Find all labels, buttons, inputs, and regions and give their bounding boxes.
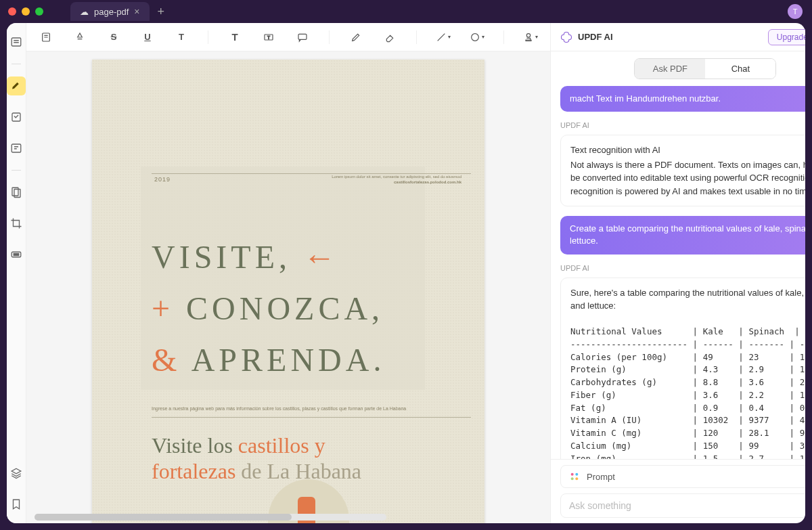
divider: [12, 170, 21, 171]
format-toolbar: S U T T T ▾ ▾ ▾: [26, 23, 550, 51]
prompt-preset-button[interactable]: Prompt ⌄: [560, 465, 805, 488]
divider: [208, 30, 208, 44]
divider: [329, 30, 330, 44]
window-controls: [8, 7, 43, 16]
ai-panel: UPDF AI Upgrade Ask PDF Chat macht Text …: [550, 23, 805, 523]
svg-rect-0: [12, 38, 21, 46]
svg-point-18: [472, 33, 479, 41]
highlight-tool-icon[interactable]: [7, 76, 26, 95]
maximize-window-icon[interactable]: [35, 7, 43, 16]
svg-point-26: [575, 477, 578, 480]
page-heading-2: + CONOZCA,: [152, 290, 384, 327]
organize-pages-icon[interactable]: [7, 183, 26, 202]
shape-tool-icon[interactable]: ▾: [470, 30, 484, 45]
ai-response-table: Nutritional Values | Kale | Spinach | Le…: [570, 326, 805, 459]
chat-input[interactable]: [569, 500, 805, 511]
tab-title: page-pdf: [94, 7, 129, 17]
svg-text:T: T: [267, 35, 270, 39]
ai-response-body: Not always is there a PDF document. Text…: [570, 158, 805, 198]
ai-panel-title: UPDF AI: [578, 32, 763, 42]
edit-text-tool-icon[interactable]: [7, 139, 26, 158]
close-tab-icon[interactable]: ×: [134, 6, 139, 17]
upgrade-button[interactable]: Upgrade: [768, 29, 805, 45]
ai-message-label: UPDF AI: [560, 263, 805, 273]
tab-active[interactable]: ☁ page-pdf ×: [70, 2, 150, 21]
stamp-tool-icon[interactable]: ▾: [523, 30, 538, 45]
ai-sender-label: UPDF AI: [560, 264, 589, 272]
svg-rect-10: [14, 254, 19, 256]
close-window-icon[interactable]: [8, 7, 16, 16]
svg-line-17: [438, 33, 445, 41]
bookmark-icon[interactable]: [7, 495, 26, 514]
pencil-tool-icon[interactable]: [348, 30, 363, 45]
center-area: S U T T T ▾ ▾ ▾ 2019 Lorem ipsum dolor s…: [26, 23, 550, 523]
svg-point-25: [571, 477, 574, 480]
annotate-tool-icon[interactable]: [7, 108, 26, 127]
ai-message: Text recognition with AI Not always is t…: [560, 135, 805, 206]
highlighter-icon[interactable]: [72, 30, 87, 45]
page-heading-3: & APRENDA.: [152, 341, 385, 378]
left-sidebar: [7, 23, 26, 523]
eraser-tool-icon[interactable]: [382, 30, 397, 45]
svg-point-19: [526, 33, 530, 37]
page-subheading-1: Visite los castillos y: [152, 433, 325, 458]
new-tab-button[interactable]: +: [158, 5, 165, 19]
arrow-left-icon: ←: [303, 239, 340, 275]
prompt-area: Prompt ⌄: [551, 459, 805, 523]
ai-response-title: Text recognition with AI: [570, 143, 805, 157]
tab-chat[interactable]: Chat: [705, 59, 775, 79]
page-year: 2019: [154, 176, 171, 183]
ai-response-intro: Sure, here's a table comparing the nutri…: [570, 286, 805, 313]
svg-point-23: [571, 473, 574, 476]
page-caption: Ingrese a nuestra página web para más in…: [152, 406, 406, 411]
user-message: Create a table comparing the nutritional…: [560, 216, 805, 254]
svg-point-24: [575, 473, 578, 476]
chat-input-row: [560, 493, 805, 518]
divider: [503, 30, 504, 44]
reader-mode-icon[interactable]: [7, 32, 26, 51]
ai-panel-header: UPDF AI Upgrade: [551, 23, 805, 51]
avatar[interactable]: T: [788, 4, 803, 19]
line-tool-icon[interactable]: ▾: [436, 30, 451, 45]
divider: [416, 30, 417, 44]
page-small-text: Lorem ipsum dolor sit amet, consecte tur…: [326, 175, 461, 185]
divider: [12, 64, 21, 64]
updf-logo-icon: [560, 31, 572, 43]
scrollbar-thumb[interactable]: [35, 514, 292, 521]
titlebar: ☁ page-pdf × + T: [0, 0, 812, 23]
note-tool-icon[interactable]: [39, 30, 53, 45]
page-heading-1: VISITE, ←: [152, 238, 340, 275]
svg-rect-16: [298, 34, 307, 39]
main-window: S U T T T ▾ ▾ ▾ 2019 Lorem ipsum dolor s…: [7, 23, 805, 523]
ai-sender-label: UPDF AI: [560, 121, 589, 129]
layers-icon[interactable]: [7, 464, 26, 483]
page-rule: [152, 173, 471, 174]
horizontal-scrollbar[interactable]: [35, 514, 386, 521]
page-rule: [152, 417, 471, 418]
svg-rect-4: [12, 144, 21, 152]
crop-tool-icon[interactable]: [7, 214, 26, 233]
text-tool-icon[interactable]: T: [227, 30, 242, 45]
minimize-window-icon[interactable]: [22, 7, 30, 16]
tab-ask-pdf[interactable]: Ask PDF: [635, 59, 705, 79]
document-viewport[interactable]: 2019 Lorem ipsum dolor sit amet, consect…: [26, 51, 550, 523]
underline-icon[interactable]: U: [140, 30, 155, 45]
page-subheading-2: fortalezas de La Habana: [152, 459, 361, 484]
squiggly-icon[interactable]: T: [174, 30, 189, 45]
redact-tool-icon[interactable]: [7, 245, 26, 264]
chat-scroll-area[interactable]: macht Text im Handumdrehen nutzbar. UPDF…: [551, 86, 805, 459]
textbox-tool-icon[interactable]: T: [261, 30, 276, 45]
ai-message-label: UPDF AI: [560, 120, 805, 131]
prompt-label: Prompt: [587, 472, 615, 482]
cloud-icon: ☁: [80, 7, 89, 17]
ai-message: Sure, here's a table comparing the nutri…: [560, 278, 805, 459]
tab-strip: ☁ page-pdf × +: [70, 2, 164, 21]
callout-tool-icon[interactable]: [295, 30, 310, 45]
pdf-page: 2019 Lorem ipsum dolor sit amet, consect…: [92, 60, 484, 523]
user-message: macht Text im Handumdrehen nutzbar.: [560, 86, 805, 112]
prompt-icon: [569, 471, 580, 482]
ai-mode-tabs: Ask PDF Chat: [634, 58, 776, 79]
strikethrough-icon[interactable]: S: [106, 30, 121, 45]
